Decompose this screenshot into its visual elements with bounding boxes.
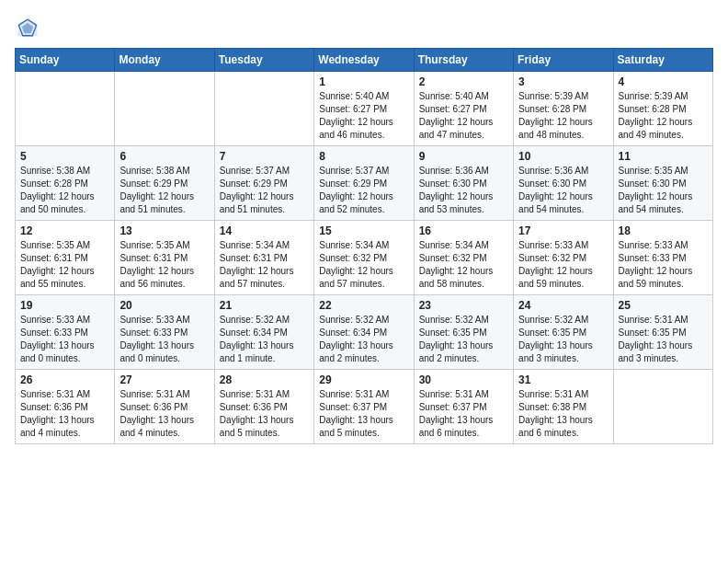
day-number: 1 [319,75,408,88]
calendar-cell: 24Sunrise: 5:32 AM Sunset: 6:35 PM Dayli… [514,295,613,370]
day-number: 20 [119,299,209,312]
calendar-cell: 25Sunrise: 5:31 AM Sunset: 6:35 PM Dayli… [613,295,712,370]
calendar-cell: 17Sunrise: 5:33 AM Sunset: 6:32 PM Dayli… [514,221,613,295]
cell-content: Sunrise: 5:31 AM Sunset: 6:37 PM Dayligh… [319,388,408,440]
cell-content: Sunrise: 5:34 AM Sunset: 6:31 PM Dayligh… [220,239,309,291]
calendar-cell: 11Sunrise: 5:35 AM Sunset: 6:30 PM Dayli… [613,146,712,221]
cell-content: Sunrise: 5:33 AM Sunset: 6:33 PM Dayligh… [119,314,209,365]
calendar-cell: 9Sunrise: 5:36 AM Sunset: 6:30 PM Daylig… [414,146,513,221]
logo-icon [15,15,40,40]
calendar-cell: 3Sunrise: 5:39 AM Sunset: 6:28 PM Daylig… [514,72,613,146]
calendar-cell: 2Sunrise: 5:40 AM Sunset: 6:27 PM Daylig… [414,72,513,146]
cell-content: Sunrise: 5:35 AM Sunset: 6:30 PM Dayligh… [619,165,708,216]
day-number: 22 [319,299,408,312]
calendar-day-header: Monday [115,49,214,72]
calendar-cell [613,370,712,444]
calendar-cell: 30Sunrise: 5:31 AM Sunset: 6:37 PM Dayli… [414,370,513,444]
calendar-cell: 18Sunrise: 5:33 AM Sunset: 6:33 PM Dayli… [613,221,712,295]
cell-content: Sunrise: 5:32 AM Sunset: 6:35 PM Dayligh… [518,314,608,365]
day-number: 6 [119,150,209,163]
calendar-cell: 31Sunrise: 5:31 AM Sunset: 6:38 PM Dayli… [514,370,613,444]
calendar-cell: 14Sunrise: 5:34 AM Sunset: 6:31 PM Dayli… [214,221,313,295]
day-number: 14 [220,224,309,237]
calendar-cell: 7Sunrise: 5:37 AM Sunset: 6:29 PM Daylig… [214,146,313,221]
day-number: 30 [419,373,508,386]
calendar-cell: 29Sunrise: 5:31 AM Sunset: 6:37 PM Dayli… [314,370,414,444]
day-number: 25 [619,299,708,312]
calendar-cell: 6Sunrise: 5:38 AM Sunset: 6:29 PM Daylig… [115,146,214,221]
cell-content: Sunrise: 5:39 AM Sunset: 6:28 PM Dayligh… [619,90,708,142]
day-number: 7 [220,150,309,163]
cell-content: Sunrise: 5:32 AM Sunset: 6:35 PM Dayligh… [419,314,508,365]
cell-content: Sunrise: 5:40 AM Sunset: 6:27 PM Dayligh… [419,90,508,142]
logo [15,15,44,40]
calendar-cell: 10Sunrise: 5:36 AM Sunset: 6:30 PM Dayli… [514,146,613,221]
calendar-day-header: Thursday [414,49,513,72]
calendar-cell: 28Sunrise: 5:31 AM Sunset: 6:36 PM Dayli… [214,370,313,444]
day-number: 18 [619,224,708,237]
cell-content: Sunrise: 5:31 AM Sunset: 6:38 PM Dayligh… [518,388,608,440]
day-number: 29 [319,373,408,386]
day-number: 16 [419,224,508,237]
day-number: 4 [619,75,708,88]
cell-content: Sunrise: 5:33 AM Sunset: 6:33 PM Dayligh… [20,314,109,365]
day-number: 9 [419,150,508,163]
cell-content: Sunrise: 5:34 AM Sunset: 6:32 PM Dayligh… [419,239,508,291]
calendar-day-header: Tuesday [214,49,313,72]
day-number: 31 [518,373,608,386]
cell-content: Sunrise: 5:31 AM Sunset: 6:36 PM Dayligh… [20,388,109,440]
day-number: 23 [419,299,508,312]
calendar-cell: 15Sunrise: 5:34 AM Sunset: 6:32 PM Dayli… [314,221,414,295]
cell-content: Sunrise: 5:40 AM Sunset: 6:27 PM Dayligh… [319,90,408,142]
cell-content: Sunrise: 5:31 AM Sunset: 6:36 PM Dayligh… [220,388,309,440]
day-number: 21 [220,299,309,312]
calendar-cell: 26Sunrise: 5:31 AM Sunset: 6:36 PM Dayli… [16,370,115,444]
cell-content: Sunrise: 5:31 AM Sunset: 6:37 PM Dayligh… [419,388,508,440]
day-number: 12 [20,224,109,237]
cell-content: Sunrise: 5:32 AM Sunset: 6:34 PM Dayligh… [319,314,408,365]
calendar-cell: 12Sunrise: 5:35 AM Sunset: 6:31 PM Dayli… [16,221,115,295]
day-number: 26 [20,373,109,386]
calendar-day-header: Saturday [613,49,712,72]
day-number: 24 [518,299,608,312]
cell-content: Sunrise: 5:37 AM Sunset: 6:29 PM Dayligh… [220,165,309,216]
cell-content: Sunrise: 5:36 AM Sunset: 6:30 PM Dayligh… [518,165,608,216]
cell-content: Sunrise: 5:34 AM Sunset: 6:32 PM Dayligh… [319,239,408,291]
calendar-cell: 8Sunrise: 5:37 AM Sunset: 6:29 PM Daylig… [314,146,414,221]
calendar-cell [214,72,313,146]
calendar-cell: 4Sunrise: 5:39 AM Sunset: 6:28 PM Daylig… [613,72,712,146]
day-number: 5 [20,150,109,163]
calendar-cell: 5Sunrise: 5:38 AM Sunset: 6:28 PM Daylig… [16,146,115,221]
cell-content: Sunrise: 5:35 AM Sunset: 6:31 PM Dayligh… [20,239,109,291]
calendar-cell: 23Sunrise: 5:32 AM Sunset: 6:35 PM Dayli… [414,295,513,370]
calendar-cell: 16Sunrise: 5:34 AM Sunset: 6:32 PM Dayli… [414,221,513,295]
cell-content: Sunrise: 5:39 AM Sunset: 6:28 PM Dayligh… [518,90,608,142]
cell-content: Sunrise: 5:35 AM Sunset: 6:31 PM Dayligh… [119,239,209,291]
cell-content: Sunrise: 5:31 AM Sunset: 6:35 PM Dayligh… [619,314,708,365]
cell-content: Sunrise: 5:36 AM Sunset: 6:30 PM Dayligh… [419,165,508,216]
calendar-cell [115,72,214,146]
day-number: 3 [518,75,608,88]
day-number: 27 [119,373,209,386]
calendar-cell: 22Sunrise: 5:32 AM Sunset: 6:34 PM Dayli… [314,295,414,370]
day-number: 28 [220,373,309,386]
calendar-table: SundayMondayTuesdayWednesdayThursdayFrid… [15,48,713,444]
calendar-cell: 19Sunrise: 5:33 AM Sunset: 6:33 PM Dayli… [16,295,115,370]
day-number: 11 [619,150,708,163]
calendar-cell: 1Sunrise: 5:40 AM Sunset: 6:27 PM Daylig… [314,72,414,146]
cell-content: Sunrise: 5:33 AM Sunset: 6:32 PM Dayligh… [518,239,608,291]
day-number: 13 [119,224,209,237]
calendar-cell: 20Sunrise: 5:33 AM Sunset: 6:33 PM Dayli… [115,295,214,370]
cell-content: Sunrise: 5:31 AM Sunset: 6:36 PM Dayligh… [119,388,209,440]
day-number: 8 [319,150,408,163]
calendar-day-header: Sunday [16,49,115,72]
cell-content: Sunrise: 5:37 AM Sunset: 6:29 PM Dayligh… [319,165,408,216]
cell-content: Sunrise: 5:32 AM Sunset: 6:34 PM Dayligh… [220,314,309,365]
day-number: 15 [319,224,408,237]
cell-content: Sunrise: 5:38 AM Sunset: 6:28 PM Dayligh… [20,165,109,216]
day-number: 19 [20,299,109,312]
day-number: 2 [419,75,508,88]
day-number: 17 [518,224,608,237]
calendar-cell: 21Sunrise: 5:32 AM Sunset: 6:34 PM Dayli… [214,295,313,370]
calendar-day-header: Wednesday [314,49,414,72]
